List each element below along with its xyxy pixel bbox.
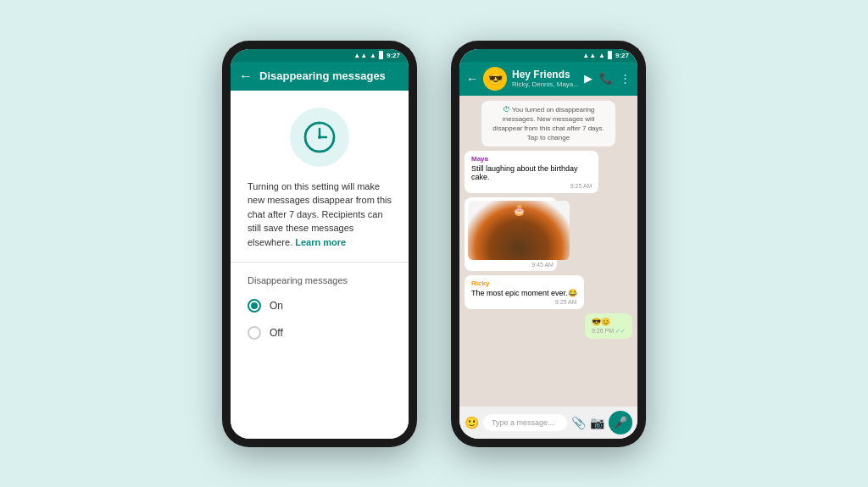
sender-maya: Maya — [471, 155, 592, 163]
emoji-icon[interactable]: 🙂 — [465, 416, 479, 429]
chat-info: Hey Friends Ricky, Dennis, Maya... — [512, 69, 579, 88]
app-header-1: ← Disappearing messages — [231, 62, 409, 91]
status-icons-1: ▲▲ ▲ ▊ 9:27 — [353, 52, 400, 59]
learn-more-link[interactable]: Learn more — [295, 237, 346, 247]
phone-2-screen: ▲▲ ▲ ▊ 9:27 ← 😎 Hey Friends Ricky, Denni… — [459, 49, 637, 439]
mic-icon: 🎤 — [614, 416, 627, 429]
wifi-icon-2: ▲ — [598, 52, 605, 59]
radio-on-circle[interactable] — [248, 299, 261, 313]
timer-icon — [303, 120, 337, 154]
sent-message-text: 😎😊 — [592, 318, 626, 326]
svg-point-2 — [318, 136, 321, 139]
chat-input-bar: 🙂 Type a message... 📎 📷 🎤 — [459, 407, 637, 439]
settings-content: Turning on this setting will make new me… — [231, 91, 409, 439]
chat-avatar: 😎 — [483, 67, 507, 91]
call-icon[interactable]: 📞 — [599, 72, 613, 85]
message-maya: Maya Still laughing about the birthday c… — [465, 151, 598, 193]
message-sent: 😎😊 9:26 PM ✓✓ — [585, 313, 632, 339]
radio-off-label: Off — [270, 327, 283, 339]
radio-off[interactable]: Off — [231, 319, 409, 346]
time-display-2: 9:27 — [615, 52, 629, 59]
system-message[interactable]: ⏱ You turned on disappearing messages. N… — [481, 101, 615, 147]
timer-icon-small: ⏱ — [503, 105, 510, 113]
signal-icon: ▲▲ — [353, 52, 367, 59]
message-input[interactable]: Type a message... — [483, 414, 567, 431]
message-text-maya: Still laughing about the birthday cake. — [471, 164, 592, 181]
cake-image: 🎂 — [468, 201, 570, 260]
wifi-icon: ▲ — [370, 52, 376, 59]
mic-button[interactable]: 🎤 — [609, 411, 632, 434]
icon-area — [231, 91, 409, 180]
message-text-ricky: The most epic moment ever.😂 — [471, 289, 577, 297]
radio-off-circle[interactable] — [248, 326, 261, 340]
message-time-ricky: 9:25 AM — [471, 299, 577, 305]
description-text: Turning on this setting will make new me… — [231, 180, 409, 263]
message-ricky: Ricky The most epic moment ever.😂 9:25 A… — [465, 275, 584, 309]
status-bar-1: ▲▲ ▲ ▊ 9:27 — [231, 49, 409, 62]
screen-title: Disappearing messages — [259, 69, 386, 82]
sent-message-time: 9:26 PM ✓✓ — [592, 328, 626, 335]
phones-container: ▲▲ ▲ ▊ 9:27 ← Disappearing messages — [222, 41, 646, 447]
more-options-icon[interactable]: ⋮ — [620, 72, 631, 85]
chat-messages: ⏱ You turned on disappearing messages. N… — [459, 96, 637, 407]
message-time-maya: 9:25 AM — [471, 183, 592, 189]
attachment-icon[interactable]: 📎 — [571, 416, 586, 429]
divider — [231, 262, 409, 263]
camera-icon[interactable]: 📷 — [590, 416, 604, 429]
message-time-image: 9:45 AM — [468, 262, 554, 268]
time-display: 9:27 — [387, 52, 400, 59]
message-image: 🎂 9:45 AM — [465, 197, 557, 271]
radio-on[interactable]: On — [231, 292, 409, 319]
battery-icon-2: ▊ — [608, 52, 613, 59]
chat-actions: ▶ 📞 ⋮ — [584, 72, 631, 85]
radio-on-label: On — [270, 300, 283, 312]
back-button-2[interactable]: ← — [466, 72, 478, 86]
chat-name: Hey Friends — [512, 69, 579, 80]
signal-icon-2: ▲▲ — [582, 52, 596, 59]
chat-header: ← 😎 Hey Friends Ricky, Dennis, Maya... ▶… — [459, 62, 637, 96]
status-icons-2: ▲▲ ▲ ▊ 9:27 — [582, 52, 629, 59]
sender-ricky: Ricky — [471, 279, 577, 287]
phone-1-screen: ▲▲ ▲ ▊ 9:27 ← Disappearing messages — [231, 49, 409, 439]
back-button-1[interactable]: ← — [239, 69, 253, 84]
phone-2: ▲▲ ▲ ▊ 9:27 ← 😎 Hey Friends Ricky, Denni… — [451, 41, 646, 447]
setting-label: Disappearing messages — [231, 271, 409, 292]
chat-members: Ricky, Dennis, Maya... — [512, 80, 579, 88]
check-marks: ✓✓ — [615, 328, 626, 334]
status-bar-2: ▲▲ ▲ ▊ 9:27 — [459, 49, 637, 62]
radio-on-inner — [251, 302, 258, 309]
disappearing-icon — [290, 108, 349, 167]
battery-icon: ▊ — [379, 52, 384, 59]
video-call-icon[interactable]: ▶ — [584, 72, 593, 85]
cake-placeholder: 🎂 — [468, 201, 570, 260]
phone-1: ▲▲ ▲ ▊ 9:27 ← Disappearing messages — [222, 41, 417, 447]
